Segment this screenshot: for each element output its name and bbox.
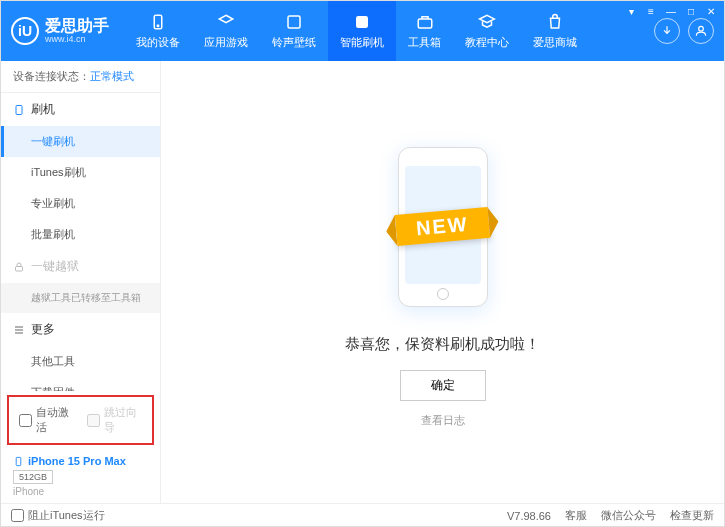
sidebar-item-pro-flash[interactable]: 专业刷机 [1,188,160,219]
ok-button[interactable]: 确定 [400,370,486,401]
svg-rect-3 [356,16,368,28]
options-highlight-box: 自动激活 跳过向导 [7,395,154,445]
success-message: 恭喜您，保资料刷机成功啦！ [345,335,540,354]
svg-rect-6 [16,105,22,114]
version-label: V7.98.66 [507,510,551,522]
sidebar-group-flash[interactable]: 刷机 [1,93,160,126]
svg-point-1 [157,25,159,27]
skip-guide-checkbox[interactable]: 跳过向导 [87,405,143,435]
nav-my-device[interactable]: 我的设备 [124,1,192,61]
logo-icon: iU [11,17,39,45]
device-name[interactable]: iPhone 15 Pro Max [13,455,148,467]
sidebar-item-batch-flash[interactable]: 批量刷机 [1,219,160,250]
svg-rect-7 [16,266,23,271]
app-name: 爱思助手 [45,18,109,34]
store-icon [545,12,565,32]
sidebar-item-oneclick-flash[interactable]: 一键刷机 [1,126,160,157]
lock-icon [13,261,25,273]
menu-icon[interactable]: ▾ [623,4,639,18]
svg-rect-2 [288,16,300,28]
support-link[interactable]: 客服 [565,508,587,523]
auto-activate-checkbox[interactable]: 自动激活 [19,405,75,435]
close-icon[interactable]: ✕ [703,4,719,18]
app-url: www.i4.cn [45,34,109,44]
wechat-link[interactable]: 微信公众号 [601,508,656,523]
app-header: iU 爱思助手 www.i4.cn 我的设备 应用游戏 铃声壁纸 智能刷机 工具… [1,1,724,61]
nav-store[interactable]: 爱思商城 [521,1,589,61]
nav-ringtones[interactable]: 铃声壁纸 [260,1,328,61]
app-logo: iU 爱思助手 www.i4.cn [11,17,109,45]
sidebar: 设备连接状态：正常模式 刷机 一键刷机 iTunes刷机 专业刷机 批量刷机 一… [1,61,161,503]
tray-icon[interactable]: ≡ [643,4,659,18]
wallpaper-icon [284,12,304,32]
nav-toolbox[interactable]: 工具箱 [396,1,453,61]
svg-point-5 [699,26,704,31]
flash-icon [352,12,372,32]
device-icon [148,12,168,32]
view-log-link[interactable]: 查看日志 [421,413,465,428]
toolbox-icon [415,12,435,32]
sidebar-item-itunes-flash[interactable]: iTunes刷机 [1,157,160,188]
sidebar-item-download-firmware[interactable]: 下载固件 [1,377,160,391]
maximize-icon[interactable]: □ [683,4,699,18]
svg-rect-4 [418,19,432,28]
nav-tutorials[interactable]: 教程中心 [453,1,521,61]
user-button[interactable] [688,18,714,44]
jailbreak-note: 越狱工具已转移至工具箱 [1,283,160,313]
phone-icon [13,456,24,467]
check-update-link[interactable]: 检查更新 [670,508,714,523]
download-button[interactable] [654,18,680,44]
flash-group-icon [13,104,25,116]
svg-rect-8 [16,457,21,465]
device-type: iPhone [13,486,148,497]
sidebar-item-other-tools[interactable]: 其他工具 [1,346,160,377]
success-illustration: NEW [343,137,543,317]
footer: 阻止iTunes运行 V7.98.66 客服 微信公众号 检查更新 [1,503,724,527]
connection-status: 设备连接状态：正常模式 [1,61,160,93]
more-icon [13,324,25,336]
app-icon [216,12,236,32]
sidebar-group-jailbreak: 一键越狱 [1,250,160,283]
device-storage: 512GB [13,470,53,484]
sidebar-group-more[interactable]: 更多 [1,313,160,346]
minimize-icon[interactable]: — [663,4,679,18]
nav-smart-flash[interactable]: 智能刷机 [328,1,396,61]
device-info: iPhone 15 Pro Max 512GB iPhone [1,449,160,503]
main-nav: 我的设备 应用游戏 铃声壁纸 智能刷机 工具箱 教程中心 爱思商城 [124,1,654,61]
block-itunes-checkbox[interactable]: 阻止iTunes运行 [11,508,105,523]
tutorial-icon [477,12,497,32]
main-content: NEW 恭喜您，保资料刷机成功啦！ 确定 查看日志 [161,61,724,503]
nav-apps-games[interactable]: 应用游戏 [192,1,260,61]
